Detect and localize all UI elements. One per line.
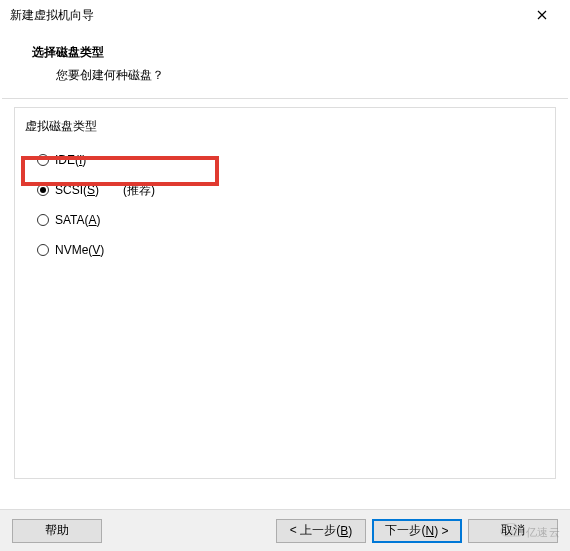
window-title: 新建虚拟机向导 <box>10 7 522 24</box>
page-subheading: 您要创建何种磁盘？ <box>32 67 560 84</box>
option-scsi[interactable]: SCSI(S) (推荐) <box>25 175 545 205</box>
close-button[interactable] <box>522 1 562 29</box>
page-heading: 选择磁盘类型 <box>32 44 560 61</box>
radio-icon <box>37 244 49 256</box>
radio-icon <box>37 214 49 226</box>
option-ide[interactable]: IDE(I) <box>25 145 545 175</box>
recommended-label: (推荐) <box>123 182 155 199</box>
radio-icon <box>37 154 49 166</box>
group-label-disk-type: 虚拟磁盘类型 <box>25 118 545 135</box>
content-panel: 虚拟磁盘类型 IDE(I) SCSI(S) (推荐) SATA(A) NVMe(… <box>14 107 556 479</box>
titlebar: 新建虚拟机向导 <box>0 0 570 30</box>
divider <box>2 98 568 99</box>
option-label: IDE(I) <box>55 153 86 167</box>
wizard-header: 选择磁盘类型 您要创建何种磁盘？ <box>0 30 570 98</box>
cancel-button[interactable]: 取消 <box>468 519 558 543</box>
option-label: NVMe(V) <box>55 243 104 257</box>
back-button[interactable]: < 上一步(B) <box>276 519 366 543</box>
option-label: SATA(A) <box>55 213 101 227</box>
help-button[interactable]: 帮助 <box>12 519 102 543</box>
option-sata[interactable]: SATA(A) <box>25 205 545 235</box>
option-nvme[interactable]: NVMe(V) <box>25 235 545 265</box>
next-button[interactable]: 下一步(N) > <box>372 519 462 543</box>
option-label: SCSI(S) <box>55 183 99 197</box>
footer: 帮助 < 上一步(B) 下一步(N) > 取消 <box>0 509 570 551</box>
close-icon <box>537 7 547 23</box>
radio-icon <box>37 184 49 196</box>
